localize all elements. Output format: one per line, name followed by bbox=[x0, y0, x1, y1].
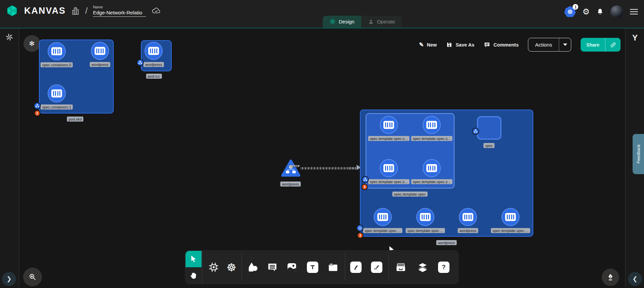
pen-nib-button[interactable] bbox=[602, 269, 619, 286]
canvas-actions-bar: ✎ New Save As bbox=[419, 38, 621, 52]
container-node-template-2[interactable] bbox=[380, 159, 398, 177]
toolbar-divider bbox=[241, 254, 242, 281]
service-node-wordpress[interactable] bbox=[281, 159, 301, 177]
share-button[interactable]: Share bbox=[581, 38, 621, 52]
pod-badge-icon[interactable] bbox=[362, 176, 369, 183]
node-label[interactable]: wordpress bbox=[144, 62, 164, 67]
node-label[interactable]: spec.template.spec.s... bbox=[368, 179, 410, 184]
actions-caret-button[interactable] bbox=[559, 38, 571, 51]
pod-badge-icon[interactable] bbox=[137, 59, 144, 66]
comment-bubble-icon bbox=[484, 42, 490, 48]
error-count-badge[interactable]: 3 bbox=[362, 184, 368, 190]
save-as-button[interactable]: Save As bbox=[446, 42, 474, 48]
container-node-spec-containers-1[interactable] bbox=[48, 84, 66, 102]
container-node-template-0[interactable] bbox=[380, 116, 398, 134]
help-tool[interactable]: ? bbox=[438, 262, 449, 273]
meshery-spiral-icon[interactable] bbox=[5, 33, 13, 41]
image-tool[interactable] bbox=[286, 262, 298, 273]
comments-button-label: Comments bbox=[493, 42, 519, 48]
user-avatar[interactable] bbox=[610, 5, 623, 18]
tab-operate-label: Operate bbox=[377, 19, 395, 24]
sketch-tool[interactable] bbox=[350, 262, 362, 273]
text-tool[interactable] bbox=[307, 262, 318, 273]
group-label[interactable]: pod-skd bbox=[67, 117, 83, 122]
node-label[interactable]: spec.template.spec.s... bbox=[411, 136, 452, 141]
kubernetes-components-tool[interactable]: ☸ bbox=[226, 262, 236, 273]
container-node-bottom-1[interactable] bbox=[416, 208, 434, 226]
feedback-label: Feedback bbox=[636, 144, 641, 163]
comment-tool[interactable] bbox=[267, 262, 278, 273]
organization-icon[interactable] bbox=[71, 6, 80, 16]
spec-node[interactable] bbox=[477, 116, 501, 140]
node-label[interactable]: spec.template.spec.... bbox=[491, 228, 530, 233]
node-label[interactable]: spec.template.spec.s... bbox=[411, 179, 452, 184]
freehand-draw-tool[interactable] bbox=[371, 262, 382, 273]
design-name-input[interactable] bbox=[93, 10, 146, 17]
error-count-badge[interactable]: 2 bbox=[34, 110, 41, 117]
node-label[interactable]: wordpress bbox=[458, 228, 478, 233]
mode-tabs: Design Operate bbox=[323, 16, 402, 28]
y-icon[interactable]: Y bbox=[626, 33, 644, 43]
error-count-badge[interactable]: 3 bbox=[357, 232, 364, 239]
actions-dropdown-button[interactable]: Actions bbox=[528, 38, 571, 52]
node-label[interactable]: wordpress bbox=[90, 62, 110, 67]
container-node-spec-containers-0[interactable] bbox=[48, 42, 66, 60]
flower-icon-button[interactable]: ✻ bbox=[23, 35, 40, 52]
node-label[interactable]: spec bbox=[483, 143, 494, 148]
k8s-context-switcher[interactable]: ☸ 1 bbox=[564, 6, 576, 17]
kanvas-app: KANVAS / Name bbox=[0, 0, 644, 288]
design-canvas[interactable]: ✎ New Save As bbox=[19, 28, 625, 287]
service-edge[interactable] bbox=[301, 167, 357, 169]
node-label[interactable]: spec.template.spec.... bbox=[406, 228, 445, 233]
breadcrumb-separator: / bbox=[85, 6, 88, 16]
select-tool-button[interactable] bbox=[185, 251, 202, 267]
container-node-wordpress[interactable] bbox=[91, 42, 109, 60]
group-label[interactable]: pod-rcc bbox=[146, 74, 162, 79]
design-name-field: Name bbox=[93, 5, 146, 17]
note-tool[interactable] bbox=[328, 262, 338, 273]
expand-left-panel-button[interactable]: ❯ bbox=[2, 272, 16, 286]
group-label[interactable]: wordpress bbox=[436, 240, 457, 245]
container-node-bottom-2[interactable] bbox=[459, 208, 477, 226]
container-node-template-3[interactable] bbox=[423, 159, 441, 177]
container-icon bbox=[505, 213, 516, 221]
drawer-tool[interactable] bbox=[395, 262, 407, 273]
node-label[interactable]: spec.template.spec.s... bbox=[368, 136, 410, 141]
feedback-button[interactable]: Feedback bbox=[633, 134, 644, 174]
node-label[interactable]: spec.template.spec.... bbox=[363, 228, 402, 233]
container-node-bottom-3[interactable] bbox=[501, 208, 520, 226]
component-shapes-tool[interactable] bbox=[208, 261, 220, 273]
deployment-badge-icon[interactable] bbox=[357, 225, 364, 232]
edge-port-label: 80/TCP bbox=[289, 164, 300, 168]
shapes-tool[interactable] bbox=[247, 262, 258, 273]
kanvas-logo-icon[interactable] bbox=[5, 4, 19, 17]
node-label[interactable]: spec.containers.1 bbox=[41, 104, 73, 110]
bottom-toolbar: ☸ bbox=[185, 250, 459, 284]
group-label[interactable]: spec.template.spec bbox=[392, 192, 428, 197]
toolbar-divider bbox=[388, 254, 389, 281]
pod-badge-icon[interactable] bbox=[472, 128, 479, 135]
collapse-right-panel-button[interactable]: ❮ bbox=[628, 272, 642, 286]
actions-button-label: Actions bbox=[528, 42, 559, 48]
container-node-wordpress-rcc[interactable] bbox=[145, 42, 163, 60]
pod-badge-icon[interactable] bbox=[34, 102, 41, 110]
copy-link-button[interactable] bbox=[605, 38, 621, 52]
hamburger-menu-icon[interactable] bbox=[630, 9, 638, 15]
chevron-down-icon bbox=[563, 44, 567, 46]
floppy-icon bbox=[446, 42, 452, 48]
notifications-bell-icon[interactable] bbox=[596, 8, 604, 16]
zoom-button[interactable] bbox=[23, 268, 42, 286]
container-node-template-1[interactable] bbox=[423, 116, 441, 134]
node-label[interactable]: spec.containers.0 bbox=[41, 62, 73, 67]
new-button[interactable]: ✎ New bbox=[419, 41, 437, 48]
settings-gear-icon[interactable]: ⚙ bbox=[582, 8, 590, 16]
tab-design[interactable]: Design bbox=[323, 16, 361, 28]
layers-tool[interactable] bbox=[417, 262, 428, 273]
tab-operate[interactable]: Operate bbox=[361, 16, 402, 28]
container-node-bottom-0[interactable] bbox=[374, 208, 392, 226]
comments-button[interactable]: Comments bbox=[484, 42, 519, 48]
brand-title: KANVAS bbox=[24, 6, 66, 16]
pan-tool-button[interactable] bbox=[185, 267, 202, 284]
node-label[interactable]: wordpress bbox=[280, 182, 301, 187]
group-spec-template-spec[interactable] bbox=[366, 113, 454, 189]
